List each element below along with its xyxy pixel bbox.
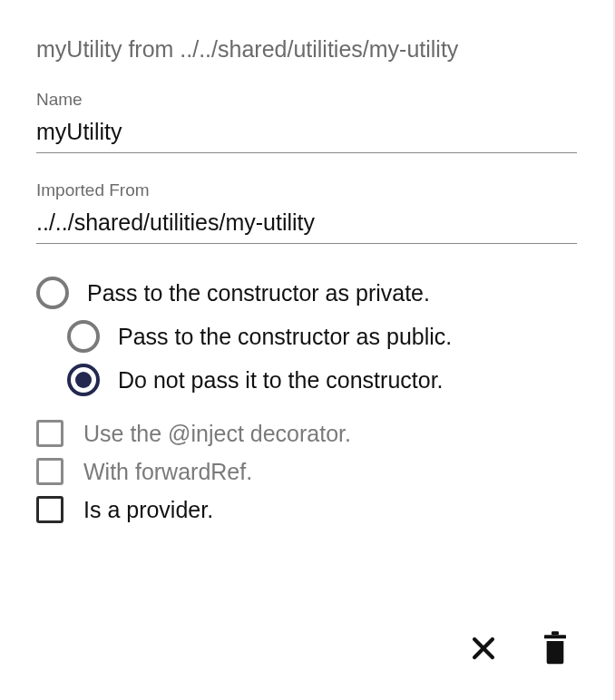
check-forwardref-label: With forwardRef. [83,459,252,485]
delete-button[interactable] [541,631,570,666]
trash-icon [541,631,570,666]
radio-public[interactable]: Pass to the constructor as public. [67,320,577,353]
radio-private-label: Pass to the constructor as private. [87,280,430,306]
radio-icon [36,277,69,309]
imported-from-field: Imported From [36,180,577,244]
check-inject-label: Use the @inject decorator. [83,421,351,447]
check-provider[interactable]: Is a provider. [36,496,577,523]
checkbox-icon [36,420,63,447]
imported-from-input[interactable] [36,206,577,244]
imported-from-label: Imported From [36,180,577,200]
constructor-options: Pass to the constructor as private. Pass… [36,277,577,523]
name-field: Name [36,90,577,153]
dependency-form-panel: myUtility from ../../shared/utilities/my… [0,0,615,700]
radio-icon [67,320,100,353]
check-inject[interactable]: Use the @inject decorator. [36,420,577,447]
name-label: Name [36,90,577,110]
check-forwardref[interactable]: With forwardRef. [36,458,577,485]
radio-public-label: Pass to the constructor as public. [118,324,452,350]
check-provider-label: Is a provider. [83,497,213,523]
radio-icon [67,364,100,396]
radio-none-label: Do not pass it to the constructor. [118,367,444,394]
radio-none[interactable]: Do not pass it to the constructor. [67,364,577,396]
radio-private[interactable]: Pass to the constructor as private. [36,277,577,309]
checkbox-icon [36,458,63,485]
panel-title: myUtility from ../../shared/utilities/my… [36,36,577,63]
close-icon [468,633,499,664]
svg-rect-3 [552,631,559,635]
checkbox-icon [36,496,63,523]
svg-rect-2 [544,635,566,638]
close-button[interactable] [468,633,499,664]
panel-actions [468,631,570,666]
flag-options: Use the @inject decorator. With forwardR… [36,420,577,523]
name-input[interactable] [36,115,577,153]
